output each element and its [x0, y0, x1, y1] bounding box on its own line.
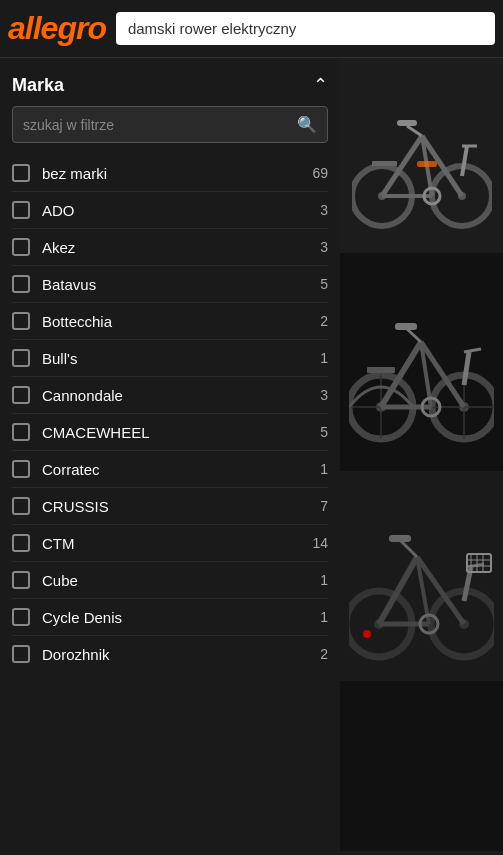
brand-count: 2	[320, 313, 328, 329]
brand-count: 3	[320, 202, 328, 218]
search-bar[interactable]: damski rower elektryczny	[116, 12, 495, 45]
brand-count: 1	[320, 572, 328, 588]
brand-checkbox[interactable]	[12, 238, 30, 256]
brand-count: 2	[320, 646, 328, 662]
brand-name: Bottecchia	[42, 313, 312, 330]
brand-item[interactable]: Dorozhnik2	[0, 636, 340, 672]
search-icon: 🔍	[297, 115, 317, 134]
main-content: Marka ⌃ 🔍 bez marki69ADO3Akez3Batavus5Bo…	[0, 58, 503, 851]
brand-count: 5	[320, 424, 328, 440]
brand-count: 3	[320, 387, 328, 403]
brand-name: CTM	[42, 535, 304, 552]
brand-checkbox[interactable]	[12, 608, 30, 626]
brand-count: 3	[320, 239, 328, 255]
svg-line-41	[401, 541, 417, 557]
brand-list: bez marki69ADO3Akez3Batavus5Bottecchia2B…	[0, 155, 340, 672]
svg-line-27	[407, 329, 421, 342]
brand-name: CMACEWHEEL	[42, 424, 312, 441]
filter-search-box[interactable]: 🔍	[12, 106, 328, 143]
brand-name: Cube	[42, 572, 312, 589]
svg-line-30	[464, 349, 481, 352]
bike-svg-1	[352, 76, 492, 236]
svg-point-52	[363, 630, 371, 638]
brand-item[interactable]: CRUSSIS7	[0, 488, 340, 524]
brand-checkbox[interactable]	[12, 164, 30, 182]
product-image-2[interactable]	[340, 257, 503, 467]
brand-checkbox[interactable]	[12, 645, 30, 663]
brand-checkbox[interactable]	[12, 423, 30, 441]
brand-count: 1	[320, 609, 328, 625]
brand-item[interactable]: Cube1	[0, 562, 340, 598]
svg-rect-32	[367, 367, 395, 373]
svg-rect-42	[389, 535, 411, 542]
left-filter-panel: Marka ⌃ 🔍 bez marki69ADO3Akez3Batavus5Bo…	[0, 58, 340, 851]
brand-count: 1	[320, 350, 328, 366]
svg-rect-28	[395, 323, 417, 330]
brand-count: 1	[320, 461, 328, 477]
brand-count: 14	[312, 535, 328, 551]
brand-item[interactable]: CTM14	[0, 525, 340, 561]
brand-name: Bull's	[42, 350, 312, 367]
brand-name: Corratec	[42, 461, 312, 478]
allegro-logo[interactable]: allegro	[8, 10, 106, 47]
brand-name: CRUSSIS	[42, 498, 312, 515]
brand-item[interactable]: CMACEWHEEL5	[0, 414, 340, 450]
svg-line-8	[407, 126, 422, 136]
brand-name: Dorozhnik	[42, 646, 312, 663]
product-image-1[interactable]	[340, 58, 503, 253]
header: allegro damski rower elektryczny	[0, 0, 503, 58]
section-title: Marka	[12, 75, 64, 96]
brand-item[interactable]: Batavus5	[0, 266, 340, 302]
brand-checkbox[interactable]	[12, 312, 30, 330]
brand-item[interactable]: bez marki69	[0, 155, 340, 191]
brand-checkbox[interactable]	[12, 534, 30, 552]
brand-checkbox[interactable]	[12, 201, 30, 219]
product-image-3[interactable]	[340, 471, 503, 681]
svg-rect-13	[372, 161, 397, 166]
brand-checkbox[interactable]	[12, 386, 30, 404]
svg-line-29	[464, 352, 469, 385]
search-value: damski rower elektryczny	[128, 20, 296, 37]
brand-name: bez marki	[42, 165, 304, 182]
filter-search-input[interactable]	[23, 117, 297, 133]
brand-item[interactable]: ADO3	[0, 192, 340, 228]
svg-line-10	[462, 146, 467, 176]
chevron-up-icon[interactable]: ⌃	[313, 74, 328, 96]
svg-rect-9	[397, 120, 417, 126]
brand-checkbox[interactable]	[12, 275, 30, 293]
brand-count: 5	[320, 276, 328, 292]
brand-item[interactable]: Cycle Denis1	[0, 599, 340, 635]
bike-svg-3	[349, 489, 494, 664]
brand-name: Cannondale	[42, 387, 312, 404]
brand-checkbox[interactable]	[12, 460, 30, 478]
brand-count: 7	[320, 498, 328, 514]
brand-name: ADO	[42, 202, 312, 219]
brand-checkbox[interactable]	[12, 349, 30, 367]
brand-item[interactable]: Corratec1	[0, 451, 340, 487]
svg-rect-14	[417, 161, 437, 167]
brand-name: Akez	[42, 239, 312, 256]
brand-count: 69	[312, 165, 328, 181]
brand-item[interactable]: Akez3	[0, 229, 340, 265]
brand-name: Cycle Denis	[42, 609, 312, 626]
bike-svg-2	[349, 277, 494, 447]
product-image-panel	[340, 58, 503, 851]
section-header: Marka ⌃	[0, 70, 340, 106]
brand-checkbox[interactable]	[12, 571, 30, 589]
brand-item[interactable]: Bottecchia2	[0, 303, 340, 339]
brand-name: Batavus	[42, 276, 312, 293]
brand-item[interactable]: Cannondale3	[0, 377, 340, 413]
brand-item[interactable]: Bull's1	[0, 340, 340, 376]
brand-checkbox[interactable]	[12, 497, 30, 515]
